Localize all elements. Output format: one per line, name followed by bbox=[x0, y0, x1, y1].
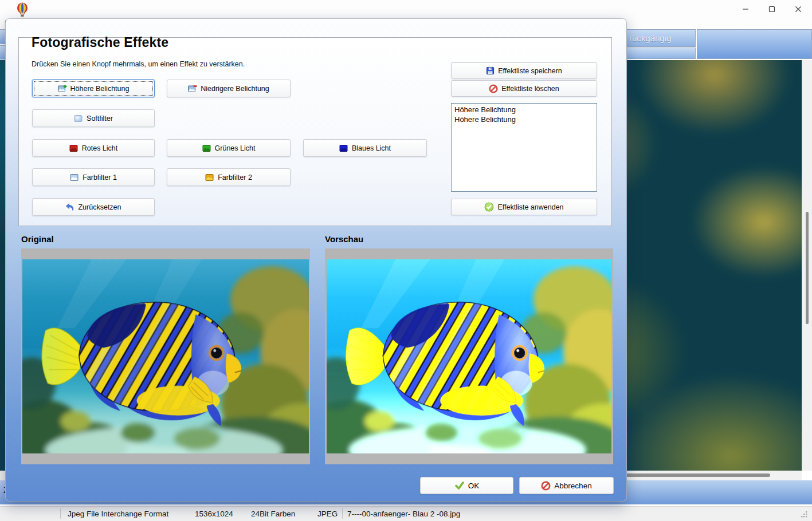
farbfilter2-button[interactable]: Farbfilter 2 bbox=[167, 168, 291, 186]
button-label: Höhere Belichtung bbox=[70, 85, 130, 93]
effect-list-item[interactable]: Höhere Belichtung bbox=[454, 105, 594, 115]
orange-image-icon bbox=[205, 173, 214, 182]
effect-list-item[interactable]: Höhere Belichtung bbox=[454, 115, 594, 124]
ok-button[interactable]: OK bbox=[420, 477, 513, 494]
image-plus-icon bbox=[58, 84, 67, 93]
zuruecksetzen-button[interactable]: Zurücksetzen bbox=[32, 198, 155, 216]
original-image-panel bbox=[21, 248, 310, 464]
button-label: OK bbox=[468, 481, 480, 490]
app-window: D rückgängig Z Jpeg File Interchange For… bbox=[0, 0, 812, 521]
button-label: Zurücksetzen bbox=[78, 203, 121, 211]
undo-arrow-icon bbox=[65, 203, 74, 212]
cancel-button[interactable]: Abbrechen bbox=[519, 477, 614, 494]
toolbar-undo-label: rückgängig bbox=[629, 33, 671, 43]
status-separator bbox=[60, 508, 61, 519]
status-bar: Jpeg File Interchange Format 1536x1024 2… bbox=[0, 506, 812, 521]
delete-effect-list-button[interactable]: Effektliste löschen bbox=[451, 80, 597, 97]
effects-dialog: Fotografische Effekte Drücken Sie einen … bbox=[6, 19, 626, 501]
button-label: Niedrigere Belichtung bbox=[201, 85, 269, 93]
farbfilter1-button[interactable]: Farbfilter 1 bbox=[32, 168, 155, 186]
check-icon bbox=[454, 481, 465, 490]
status-separator bbox=[342, 508, 343, 519]
original-fish-photo bbox=[22, 259, 309, 453]
button-label: Grünes Licht bbox=[215, 144, 256, 152]
resize-grip[interactable] bbox=[800, 510, 808, 518]
dialog-subtitle: Drücken Sie einen Knopf mehrmals, um ein… bbox=[32, 60, 245, 68]
blaues-licht-button[interactable]: Blaues Licht bbox=[303, 139, 427, 157]
status-dimensions: 1536x1024 bbox=[195, 510, 233, 518]
green-image-icon bbox=[202, 144, 211, 153]
softfilter-button[interactable]: Softfilter bbox=[32, 109, 155, 127]
soft-image-icon bbox=[74, 114, 83, 123]
close-icon bbox=[795, 6, 802, 13]
rotes-licht-button[interactable]: Rotes Licht bbox=[32, 139, 155, 157]
status-filename: 7----00-anfaenger- Blau 2 -08.jpg bbox=[347, 510, 460, 518]
vertical-scrollbar[interactable] bbox=[802, 60, 812, 471]
apply-effect-list-button[interactable]: Effektliste anwenden bbox=[451, 199, 597, 215]
image-minus-icon bbox=[188, 84, 197, 93]
button-label: Effektliste anwenden bbox=[497, 203, 563, 211]
button-label: Farbfilter 1 bbox=[83, 173, 117, 181]
toolbar-panel bbox=[697, 29, 812, 59]
status-file-type: JPEG bbox=[317, 510, 338, 518]
gruenes-licht-button[interactable]: Grünes Licht bbox=[167, 139, 291, 157]
minimize-icon bbox=[742, 6, 749, 13]
lightblue-image-icon bbox=[70, 173, 79, 182]
maximize-icon bbox=[768, 6, 775, 13]
floppy-disk-icon bbox=[486, 66, 495, 75]
preview-image-panel bbox=[325, 248, 613, 464]
check-circle-icon bbox=[484, 202, 494, 212]
app-logo-balloon-icon bbox=[16, 2, 29, 17]
vorschau-label: Vorschau bbox=[325, 234, 363, 244]
button-label: Effektliste speichern bbox=[498, 67, 562, 75]
minimize-button[interactable] bbox=[737, 1, 754, 17]
maximize-button[interactable] bbox=[763, 1, 780, 17]
original-label: Original bbox=[21, 234, 54, 244]
button-label: Farbfilter 2 bbox=[218, 173, 252, 181]
button-label: Blaues Licht bbox=[352, 144, 391, 152]
effect-list[interactable]: Höhere Belichtung Höhere Belichtung bbox=[451, 103, 597, 192]
status-format: Jpeg File Interchange Format bbox=[68, 510, 168, 518]
button-label: Rotes Licht bbox=[82, 144, 118, 152]
preview-fish-photo bbox=[327, 259, 611, 453]
save-effect-list-button[interactable]: Effektliste speichern bbox=[451, 62, 597, 79]
titlebar bbox=[0, 0, 812, 19]
prohibition-icon bbox=[541, 481, 551, 491]
red-image-icon bbox=[69, 144, 79, 153]
dialog-title: Fotografische Effekte bbox=[32, 35, 168, 50]
vertical-scrollbar-thumb[interactable] bbox=[806, 212, 809, 324]
prohibition-icon bbox=[489, 84, 498, 93]
hoehere-belichtung-button[interactable]: Höhere Belichtung bbox=[32, 80, 155, 97]
close-button[interactable] bbox=[790, 1, 807, 17]
button-label: Effektliste löschen bbox=[501, 85, 559, 93]
status-color-depth: 24Bit Farben bbox=[251, 510, 295, 518]
niedrigere-belichtung-button[interactable]: Niedrigere Belichtung bbox=[167, 80, 291, 97]
button-label: Abbrechen bbox=[554, 481, 591, 490]
blue-image-icon bbox=[339, 144, 348, 153]
button-label: Softfilter bbox=[87, 115, 113, 123]
